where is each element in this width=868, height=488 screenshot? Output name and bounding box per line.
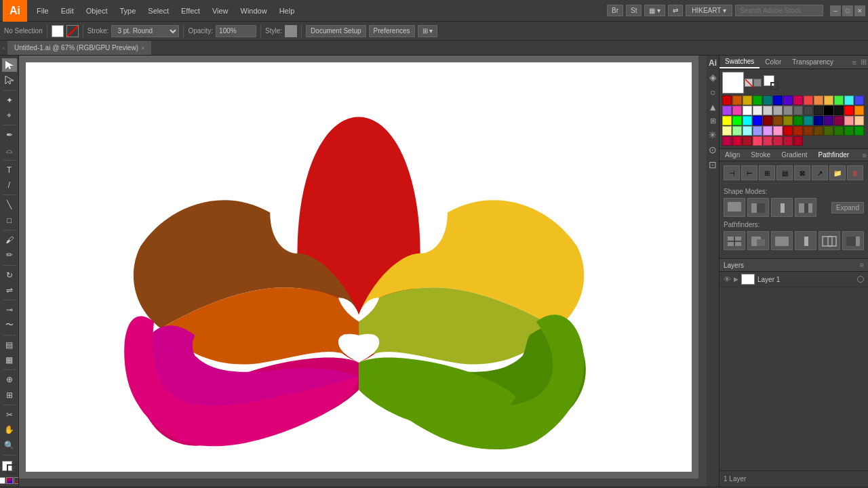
color-swatch[interactable] — [783, 136, 793, 146]
color-swatch[interactable] — [773, 106, 783, 115]
color-swatch[interactable] — [854, 96, 864, 105]
pencil-tool[interactable]: ✏ — [2, 248, 17, 262]
trim-button[interactable] — [747, 231, 769, 250]
divide-button[interactable] — [724, 231, 745, 250]
canvas-area[interactable] — [19, 56, 707, 487]
type-touch-tool[interactable]: / — [2, 178, 17, 192]
color-swatch[interactable] — [814, 96, 823, 105]
reflect-tool[interactable]: ⇌ — [2, 283, 17, 297]
color-swatch[interactable] — [844, 116, 854, 125]
swatches-grid-view[interactable]: ⊞ — [859, 56, 868, 68]
tab-align[interactable]: Align — [719, 149, 745, 161]
color-swatch[interactable] — [753, 126, 762, 136]
tab-stroke[interactable]: Stroke — [745, 149, 776, 161]
swatch-none[interactable] — [745, 79, 753, 87]
color-swatch[interactable] — [743, 136, 752, 146]
style-swatch[interactable] — [285, 25, 297, 37]
color-swatch[interactable] — [783, 106, 793, 115]
color-swatch[interactable] — [753, 116, 762, 125]
type-tool[interactable]: T — [2, 163, 17, 177]
color-swatch[interactable] — [844, 106, 854, 115]
white-swatch[interactable] — [722, 72, 744, 94]
direct-select-tool[interactable] — [2, 73, 17, 87]
doc-setup-button[interactable]: Document Setup — [306, 25, 366, 37]
hand-tool[interactable]: ✋ — [2, 423, 17, 436]
layer-visibility-toggle[interactable]: 👁 — [724, 275, 731, 283]
menu-select[interactable]: Select — [142, 4, 174, 18]
stroke-weight-select[interactable]: 3 pt. Round — [111, 25, 179, 37]
color-swatch[interactable] — [814, 116, 823, 125]
color-swatch[interactable] — [763, 136, 772, 146]
swatch-stroke[interactable] — [770, 82, 778, 90]
color-swatch[interactable] — [732, 136, 742, 146]
graph-tool[interactable]: ▤ — [2, 338, 17, 352]
column-graph-tool[interactable]: ▦ — [2, 353, 17, 367]
pathfinder-menu[interactable]: ≡ — [861, 149, 868, 161]
color-swatch[interactable] — [763, 126, 772, 136]
color-swatch[interactable] — [814, 106, 823, 115]
color-swatch[interactable] — [763, 96, 772, 105]
color-swatch[interactable] — [783, 116, 793, 125]
layers-menu-button[interactable]: ≡ — [860, 261, 864, 269]
color-swatch[interactable] — [854, 126, 864, 136]
color-swatch[interactable] — [743, 106, 752, 115]
layer-name[interactable]: Layer 1 — [757, 276, 854, 283]
menu-window[interactable]: Window — [235, 4, 273, 18]
slice-tool[interactable]: ✂ — [2, 408, 17, 422]
color-swatch[interactable] — [844, 126, 854, 136]
stock-search-input[interactable] — [735, 5, 823, 16]
fill-swatch[interactable] — [52, 25, 64, 37]
hikeart-button[interactable]: HIKEART ▾ — [686, 5, 732, 16]
menu-type[interactable]: Type — [115, 4, 142, 18]
unite-button[interactable] — [724, 198, 745, 217]
pf-tool-7[interactable]: 📁 — [829, 165, 846, 180]
color-swatch[interactable] — [834, 96, 844, 105]
document-tab[interactable]: Untitled-1.ai @ 67% (RGB/GPU Preview) × — [7, 41, 151, 55]
outline-button[interactable] — [818, 231, 840, 250]
color-swatch[interactable] — [773, 116, 783, 125]
expand-button[interactable]: Expand — [831, 202, 864, 214]
layer-row-1[interactable]: 👁 ▶ Layer 1 — [719, 272, 868, 287]
layer-expand-arrow[interactable]: ▶ — [734, 276, 738, 283]
tab-transparency[interactable]: Transparency — [787, 56, 839, 68]
color-swatch[interactable] — [773, 136, 783, 146]
tab-pathfinder[interactable]: Pathfinder — [813, 149, 855, 161]
color-swatch[interactable] — [743, 96, 752, 105]
panel-icon-2[interactable]: ○ — [710, 87, 715, 98]
color-swatch[interactable] — [722, 106, 732, 115]
intersect-button[interactable] — [771, 198, 793, 217]
rotate-tool[interactable]: ↻ — [2, 268, 17, 281]
curvature-tool[interactable]: ⌓ — [2, 143, 17, 157]
color-swatch[interactable] — [753, 136, 762, 146]
artboard-tool[interactable]: ⊞ — [2, 388, 17, 402]
stroke-swatch[interactable] — [66, 25, 79, 37]
sync-button[interactable]: ⇄ — [668, 5, 683, 16]
color-swatch[interactable] — [722, 116, 732, 125]
color-swatch[interactable] — [722, 96, 732, 105]
color-swatch[interactable] — [834, 126, 844, 136]
color-swatch[interactable] — [763, 116, 772, 125]
color-swatch[interactable] — [844, 96, 854, 105]
color-swatch[interactable] — [773, 96, 783, 105]
color-swatch[interactable] — [732, 96, 742, 105]
zoom-tool[interactable]: 🔍 — [2, 438, 17, 451]
minus-front-button[interactable] — [747, 198, 769, 217]
pf-tool-3[interactable]: ⊞ — [759, 165, 775, 180]
color-swatch[interactable] — [743, 116, 752, 125]
scroll-bar-horizontal[interactable] — [19, 479, 698, 487]
color-swatch[interactable] — [743, 126, 752, 136]
preferences-button[interactable]: Preferences — [369, 25, 415, 37]
menu-effect[interactable]: Effect — [176, 4, 205, 18]
panel-icon-4[interactable]: ⊞ — [710, 117, 716, 125]
color-swatch[interactable] — [793, 106, 803, 115]
color-swatch[interactable] — [732, 106, 742, 115]
bridge-button[interactable]: Br — [607, 5, 623, 16]
crop-button[interactable] — [795, 231, 816, 250]
pf-tool-4[interactable]: ▤ — [776, 165, 793, 180]
swatches-list-view[interactable]: ≡ — [851, 56, 858, 68]
color-swatch[interactable] — [793, 116, 803, 125]
color-swatch[interactable] — [793, 136, 803, 146]
color-swatch[interactable] — [814, 126, 823, 136]
color-swatch[interactable] — [732, 126, 742, 136]
pf-tool-6[interactable]: ↗ — [812, 165, 828, 180]
